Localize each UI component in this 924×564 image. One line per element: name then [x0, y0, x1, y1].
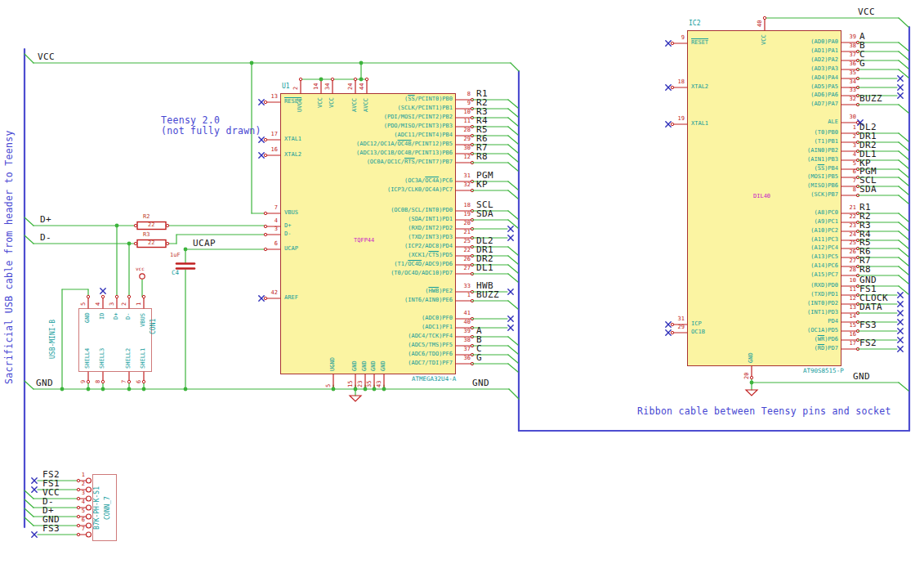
pin-number: 20	[464, 221, 471, 226]
capacitor-value: 1uF	[170, 253, 181, 258]
bus-entry	[899, 133, 908, 141]
pin-name: (AD5)PA5	[810, 84, 838, 90]
wires-layer	[0, 0, 924, 564]
net-label: D+	[40, 215, 51, 224]
pin-name: (T0/OC4D/ADC10)PD7	[391, 271, 453, 276]
pin-end-dot	[299, 78, 301, 80]
net-label: GND	[472, 378, 489, 387]
pin-name: ID	[100, 312, 105, 319]
pin-name: XTAL1	[691, 121, 708, 127]
net-label: SDA	[859, 185, 877, 194]
pin-name: (OC0A/OC1C/RTS/PCINT7)PB7	[367, 159, 453, 165]
bus-entry	[508, 247, 518, 255]
junction-dot	[184, 248, 188, 252]
component-value: USB-MINI-B	[50, 320, 56, 359]
pin-name: (T0)PB0	[814, 130, 838, 136]
pin-name: (PDO/MISO/PCINT3)PB3	[384, 123, 453, 129]
wire	[25, 217, 33, 226]
pin-number: 26	[464, 257, 471, 262]
power-vcc-label: vcc	[136, 266, 145, 271]
pin-name: (MOSI)PB5	[807, 174, 838, 180]
pin-number: 14	[850, 314, 856, 320]
pin-name: (ICP3/CLK0/OC4A)PC7	[387, 187, 453, 193]
pin-name: (T1)PB1	[814, 139, 838, 145]
pin-end-dot	[134, 242, 136, 244]
bus-entry	[508, 364, 518, 372]
pin-number: 32	[850, 96, 856, 102]
pin-end-dot	[115, 295, 118, 298]
pin-number: 27	[850, 258, 856, 264]
component-value: AT90S8515-P	[803, 368, 844, 374]
bus-entry	[899, 275, 908, 284]
pin-number: 28	[850, 267, 856, 273]
pin-name: GND	[362, 360, 368, 371]
junction-dot	[364, 387, 368, 392]
pin-name: GND	[352, 360, 358, 371]
pin-end-dot	[134, 224, 136, 226]
bus-entry	[899, 231, 908, 239]
bus-entry	[508, 109, 518, 117]
junction-dot	[87, 387, 91, 392]
pin-name: (TXD/INT3)PD3	[408, 235, 453, 240]
bus-entry	[899, 186, 908, 195]
net-label: R8	[476, 152, 488, 161]
pin-name: (ADC1)PF1	[422, 325, 453, 330]
pin-number: 12	[850, 296, 856, 302]
junction-dot	[354, 387, 358, 392]
bus-entry	[899, 286, 908, 294]
pin-name: (RXD/INT2)PD2	[408, 226, 453, 231]
pin-number: 11	[464, 119, 471, 124]
pin-number: 29	[464, 137, 471, 142]
pin-number: 5	[853, 161, 856, 167]
component-ref: CONN_7	[105, 496, 111, 520]
component-ref: IC2	[689, 20, 700, 27]
pin-name: (SS)PB4	[814, 166, 838, 172]
pin-end-dot	[264, 138, 266, 141]
bus-entry	[899, 266, 908, 275]
pin-number: 35	[850, 70, 856, 76]
pin-number: 5	[82, 508, 85, 514]
bus-entry	[899, 257, 908, 266]
pin-number: 37	[850, 52, 856, 58]
pin-name: (A11)PC3	[810, 237, 838, 243]
component-package: DIL40	[753, 194, 770, 199]
pin-name: (RD)PD7	[814, 346, 838, 351]
pin-number: 18	[678, 79, 685, 85]
wire	[899, 18, 908, 27]
pin-end-dot	[87, 295, 89, 298]
pin-number: 2	[122, 302, 127, 306]
pin-name: (OC0B/SCL/INT0)PD0	[391, 208, 453, 213]
pin-name: AREF	[284, 295, 298, 301]
bus-entry	[25, 508, 33, 517]
pin-name: (AIN0)PB2	[807, 148, 838, 154]
pin-end-dot	[77, 506, 79, 508]
pin-end-dot	[101, 295, 104, 298]
bus-entry	[508, 211, 518, 219]
pin-name: SHELL4	[85, 348, 91, 369]
bus-entry	[508, 346, 518, 354]
pin-number: 13	[271, 94, 278, 100]
pin-name: (SS/PCINT0)PB0	[404, 96, 453, 102]
pin-number: 43	[377, 381, 382, 387]
bus-entry	[899, 169, 908, 177]
pin-end-dot	[331, 78, 333, 80]
pin-name: (WR)PD6	[814, 337, 838, 342]
pin-end-dot	[77, 515, 79, 517]
pin-number: 22	[464, 248, 471, 253]
pad-circle	[87, 523, 92, 528]
pin-name: GND	[381, 360, 386, 371]
pin-end-dot	[671, 323, 673, 325]
junction-dot	[382, 387, 386, 392]
bus-entry	[508, 127, 518, 135]
pin-number: 6	[275, 241, 278, 247]
pin-end-dot	[671, 42, 673, 44]
pin-name: (AD3)PA3	[810, 66, 838, 72]
pin-name: UGND	[330, 357, 336, 371]
pin-name: D-	[284, 231, 291, 237]
pin-name: (AD0)PA0	[810, 39, 838, 45]
pin-number: 14	[314, 83, 319, 90]
pin-number: 32	[464, 182, 471, 188]
pin-number: 9	[681, 35, 685, 41]
pin-name: (ADC4/TCK)PF4	[408, 333, 453, 339]
net-label: G	[476, 353, 482, 362]
